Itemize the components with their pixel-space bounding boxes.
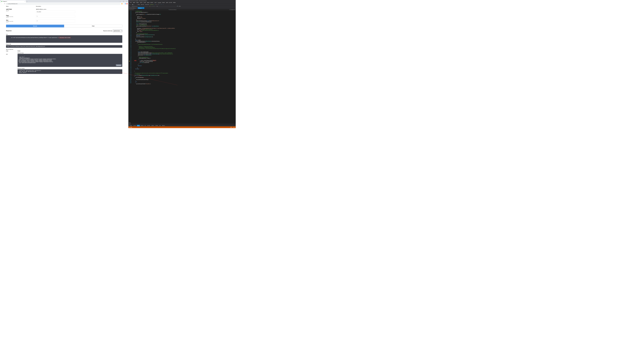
response-headers-block: content-type: application/json; charset=…: [18, 69, 122, 74]
bottom-tab[interactable]: 错误列表: [162, 125, 166, 126]
breadcrumb-class[interactable]: ZanLveCore.Startup: [170, 9, 176, 10]
menu-item[interactable]: 工具(T): [154, 2, 157, 4]
thread-select[interactable]: [159, 6, 176, 6]
bottom-tab[interactable]: 监视 1: [137, 125, 140, 126]
response-content-type-select[interactable]: application/json: [113, 30, 122, 32]
param-input-sqlortable[interactable]: [36, 10, 75, 13]
menu-item[interactable]: 编辑(E): [132, 2, 136, 4]
bookmark-icon[interactable]: ☆: [123, 3, 124, 4]
menu-item[interactable]: 分析(N): [166, 2, 169, 4]
close-icon[interactable]: ✕: [143, 8, 144, 8]
execute-button[interactable]: Execute: [6, 25, 64, 28]
menu-item[interactable]: 视图(V): [136, 2, 139, 4]
request-url-label: Request URL: [6, 44, 122, 45]
new-tab-button[interactable]: +: [26, 1, 28, 2]
browser-tab[interactable]: Swagger UI ×: [1, 0, 26, 2]
response-body-block: { "code": "OK!", "message": "查询结果集成功!", …: [18, 54, 122, 67]
zoom-level[interactable]: 79 %: [128, 122, 131, 123]
startup-select[interactable]: ZanLveCore: [145, 4, 150, 5]
lightbulb-icon[interactable]: 💡: [129, 61, 130, 62]
editor-tab[interactable]: Startup.cs📌✕: [138, 7, 144, 9]
reload-icon[interactable]: ⟳: [4, 3, 5, 4]
clear-button[interactable]: Clear: [64, 25, 122, 28]
site-info-icon[interactable]: ⓘ: [6, 3, 8, 4]
menu-item[interactable]: 团队(M): [150, 2, 154, 4]
vs-debug-toolbar: 进程: [14020] dotnet.exe ▾ ⚡ 生命周期事件 ▾ 线程: …: [128, 5, 236, 7]
redo-icon[interactable]: ↷: [136, 4, 137, 5]
param-input-size[interactable]: [36, 20, 75, 22]
close-icon[interactable]: ×: [25, 1, 25, 2]
server-response-label: Server response: [6, 49, 122, 50]
step-out-icon[interactable]: ↗: [162, 4, 164, 5]
minimize-icon[interactable]: —: [119, 0, 122, 2]
menu-item[interactable]: 窗口(W): [169, 2, 172, 4]
responses-header: Responses Response content type applicat…: [6, 28, 122, 33]
forward-icon[interactable]: →: [2, 3, 4, 4]
maximize-icon[interactable]: ▢: [122, 0, 125, 2]
details-label: Details: [18, 50, 122, 52]
bottom-tab[interactable]: 局部变量: [133, 125, 137, 126]
close-window-icon[interactable]: ✕: [125, 0, 128, 2]
param-input-page[interactable]: [36, 15, 75, 18]
bottom-tab[interactable]: 命令窗口: [151, 125, 155, 126]
config-select[interactable]: Debug: [137, 4, 140, 5]
bottom-tab[interactable]: 即时窗口: [155, 125, 159, 126]
stop-icon[interactable]: ■: [156, 4, 158, 5]
menu-item[interactable]: 生成(B): [143, 2, 146, 4]
status-col: 列 76: [233, 127, 235, 128]
breadcrumb-method[interactable]: ConfigureServi: [231, 9, 235, 10]
download-button[interactable]: Download: [116, 64, 122, 66]
translate-icon[interactable]: 🈶: [122, 3, 122, 4]
save-icon[interactable]: 💾: [132, 4, 134, 5]
editor-tab[interactable]: MyTokenValidator.cs📌: [128, 7, 138, 9]
process-select[interactable]: [14020] dotnet.exe: [131, 6, 148, 7]
menu-item[interactable]: 文件(F): [129, 2, 132, 4]
code-editor[interactable]: 3637383940414243444546474849505152535455…: [128, 10, 236, 123]
menu-item[interactable]: 测试(S): [162, 2, 165, 4]
status-bar: ▦ 就绪 行 82 列 76: [128, 126, 236, 128]
pin-icon[interactable]: 📌: [142, 8, 143, 8]
response-body-label: Response body: [18, 52, 122, 54]
bottom-tab[interactable]: 异常设置: [147, 125, 150, 126]
editor-tab-strip: MyTokenValidator.cs📌Startup.cs📌✕: [128, 7, 236, 9]
extension-icon[interactable]: [126, 3, 128, 4]
status-ready-icon: ▦: [129, 127, 130, 128]
visual-studio-window: ZanLveCore (正在运行) - Microsoft Visual Stu…: [128, 0, 236, 128]
menu-item[interactable]: VisualSVN: [157, 2, 162, 3]
undo-icon[interactable]: ↶: [134, 4, 135, 5]
bottom-tab-strip: 自动窗口局部变量监视 1调用堆栈断点异常设置命令窗口即时窗口输出错误列表: [128, 125, 236, 126]
annotation-label: 对应: [134, 60, 137, 62]
response-content-type-label: Response content type: [103, 30, 112, 31]
curl-block: curl -X GET "http://localhost:54410/api/…: [6, 35, 122, 43]
continue-button[interactable]: ▶ 继续(C) ▾: [150, 4, 154, 5]
back-icon[interactable]: ←: [1, 3, 2, 4]
curl-auth-highlight: "Authorization: Bearer abcdefg": [59, 37, 71, 38]
curl-label: Curl: [6, 34, 122, 35]
bottom-tab[interactable]: 输出: [159, 125, 161, 126]
nav-fwd-icon[interactable]: ▶: [130, 4, 132, 5]
parameters-table: Name Description sqlOrTable string (quer…: [6, 5, 122, 24]
restart-icon[interactable]: ↻: [158, 4, 159, 5]
param-desc: 读取表名例如:tbl_admin: [36, 9, 122, 10]
bottom-tab[interactable]: 调用堆栈: [140, 125, 144, 126]
menu-item[interactable]: 项目(P): [140, 2, 143, 4]
lifecycle-label: 生命周期事件: [151, 6, 155, 7]
pin-icon[interactable]: 📌: [136, 8, 137, 8]
address-bar[interactable]: ⓘ localhost:54410/index.html: [6, 3, 120, 4]
bottom-tab[interactable]: 断点: [144, 125, 146, 126]
pause-icon[interactable]: ⏸: [154, 4, 156, 5]
profile-icon[interactable]: 👤: [125, 3, 126, 4]
platform-select[interactable]: Any CPU: [140, 4, 144, 5]
code-content[interactable]: //注册服务Swagger services.AddSwaggerGen(opt…: [132, 10, 236, 123]
process-label: 进程:: [129, 6, 131, 7]
tab-title: Swagger UI: [3, 1, 7, 2]
nav-back-icon[interactable]: ◀: [129, 4, 130, 5]
watch-panel-header: 监视 1: [128, 123, 236, 125]
step-into-icon[interactable]: ↘: [159, 4, 160, 5]
bottom-tab[interactable]: 自动窗口: [129, 125, 133, 126]
breadcrumb-project[interactable]: ZanLveCore: [130, 9, 134, 10]
step-over-icon[interactable]: ↷: [161, 4, 162, 5]
menu-item[interactable]: 帮助(H): [173, 2, 176, 4]
menu-item[interactable]: 调试(D): [146, 2, 150, 4]
vs-title-bar: ZanLveCore (正在运行) - Microsoft Visual Stu…: [128, 0, 236, 2]
